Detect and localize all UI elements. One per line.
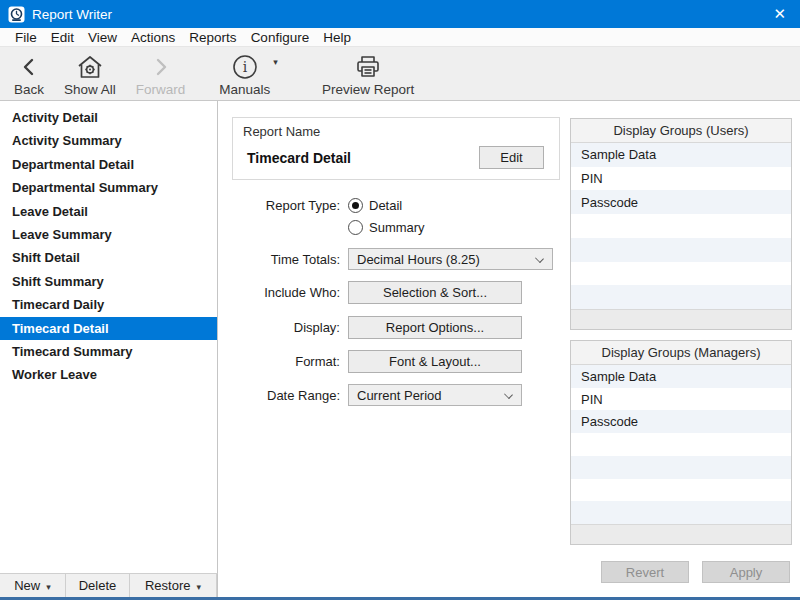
sidebar-item-departmental-summary[interactable]: Departmental Summary bbox=[0, 176, 217, 199]
close-icon[interactable]: ✕ bbox=[752, 5, 792, 23]
list-item[interactable]: PIN bbox=[571, 388, 791, 411]
display-groups-managers-title: Display Groups (Managers) bbox=[571, 341, 791, 365]
font-layout-button[interactable]: Font & Layout... bbox=[348, 350, 522, 373]
format-label: Format: bbox=[226, 354, 348, 369]
sidebar-item-activity-summary[interactable]: Activity Summary bbox=[0, 129, 217, 152]
sidebar-footer: New ▾ Delete Restore ▾ bbox=[0, 573, 218, 597]
list-footer bbox=[571, 309, 791, 329]
format-row: Format: Font & Layout... bbox=[226, 350, 522, 373]
selection-sort-button[interactable]: Selection & Sort... bbox=[348, 281, 522, 304]
list-item[interactable]: Sample Data bbox=[571, 365, 791, 388]
back-button[interactable]: Back bbox=[4, 47, 54, 100]
chevron-down-icon: ▾ bbox=[197, 582, 202, 592]
time-totals-label: Time Totals: bbox=[226, 252, 348, 267]
date-range-select[interactable]: Current Period bbox=[348, 384, 522, 406]
printer-icon bbox=[354, 53, 382, 81]
chevron-left-icon bbox=[21, 53, 37, 81]
display-groups-managers: Display Groups (Managers) Sample Data PI… bbox=[570, 340, 792, 545]
list-item-empty bbox=[571, 238, 791, 262]
svg-text:i: i bbox=[243, 59, 248, 75]
app-icon bbox=[8, 6, 25, 23]
list-item-empty bbox=[571, 501, 791, 524]
menu-edit[interactable]: Edit bbox=[44, 30, 81, 45]
revert-button[interactable]: Revert bbox=[601, 561, 689, 583]
list-item-empty bbox=[571, 262, 791, 286]
report-type-label: Report Type: bbox=[226, 198, 348, 213]
preview-report-button[interactable]: Preview Report bbox=[312, 47, 424, 100]
edit-button[interactable]: Edit bbox=[479, 146, 544, 169]
menu-reports[interactable]: Reports bbox=[182, 30, 243, 45]
menu-file[interactable]: File bbox=[8, 30, 44, 45]
sidebar-item-timecard-summary[interactable]: Timecard Summary bbox=[0, 340, 217, 363]
list-footer bbox=[571, 524, 791, 544]
show-all-button[interactable]: Show All bbox=[54, 47, 126, 100]
radio-detail-label: Detail bbox=[369, 198, 402, 213]
menu-view[interactable]: View bbox=[81, 30, 124, 45]
radio-detail[interactable] bbox=[348, 198, 363, 213]
chevron-down-icon: ▾ bbox=[273, 57, 278, 67]
list-item[interactable]: Passcode bbox=[571, 190, 791, 214]
manuals-button[interactable]: i Manuals ▾ bbox=[209, 47, 288, 100]
app-window: Report Writer ✕ File Edit View Actions R… bbox=[0, 0, 800, 600]
sidebar-item-shift-detail[interactable]: Shift Detail bbox=[0, 246, 217, 269]
apply-button[interactable]: Apply bbox=[702, 561, 790, 583]
report-type-row: Report Type: Detail bbox=[226, 198, 402, 213]
radio-summary[interactable] bbox=[348, 220, 363, 235]
list-item-empty bbox=[571, 285, 791, 309]
chevron-down-icon: ▾ bbox=[46, 582, 51, 592]
time-totals-select[interactable]: Decimal Hours (8.25) bbox=[348, 248, 553, 270]
restore-button[interactable]: Restore ▾ bbox=[130, 574, 217, 597]
chevron-right-icon bbox=[153, 53, 169, 81]
delete-button[interactable]: Delete bbox=[66, 574, 130, 597]
display-groups-users: Display Groups (Users) Sample Data PIN P… bbox=[570, 118, 792, 330]
include-who-row: Include Who: Selection & Sort... bbox=[226, 281, 522, 304]
list-item[interactable]: PIN bbox=[571, 167, 791, 191]
titlebar: Report Writer ✕ bbox=[0, 0, 800, 28]
sidebar-item-activity-detail[interactable]: Activity Detail bbox=[0, 106, 217, 129]
report-name-group: Report Name Timecard Detail Edit bbox=[232, 117, 560, 180]
display-groups-users-title: Display Groups (Users) bbox=[571, 119, 791, 143]
list-item[interactable]: Sample Data bbox=[571, 143, 791, 167]
menu-actions[interactable]: Actions bbox=[124, 30, 182, 45]
new-button[interactable]: New ▾ bbox=[0, 574, 66, 597]
sidebar-item-worker-leave[interactable]: Worker Leave bbox=[0, 363, 217, 386]
report-name-value: Timecard Detail bbox=[247, 150, 351, 166]
report-name-legend: Report Name bbox=[243, 124, 320, 139]
menu-configure[interactable]: Configure bbox=[244, 30, 317, 45]
list-item-empty bbox=[571, 479, 791, 502]
time-totals-row: Time Totals: Decimal Hours (8.25) bbox=[226, 248, 553, 270]
radio-summary-label: Summary bbox=[369, 220, 425, 235]
list-item[interactable]: Passcode bbox=[571, 410, 791, 433]
menubar: File Edit View Actions Reports Configure… bbox=[0, 28, 800, 47]
sidebar-item-leave-summary[interactable]: Leave Summary bbox=[0, 223, 217, 246]
list-item-empty bbox=[571, 433, 791, 456]
include-who-label: Include Who: bbox=[226, 285, 348, 300]
window-title: Report Writer bbox=[32, 7, 752, 22]
sidebar-item-timecard-detail[interactable]: Timecard Detail bbox=[0, 317, 217, 340]
list-item-empty bbox=[571, 214, 791, 238]
sidebar-item-timecard-daily[interactable]: Timecard Daily bbox=[0, 293, 217, 316]
date-range-row: Date Range: Current Period bbox=[226, 384, 522, 406]
display-label: Display: bbox=[226, 320, 348, 335]
report-options-button[interactable]: Report Options... bbox=[348, 316, 522, 339]
chevron-down-icon bbox=[535, 254, 544, 263]
info-icon: i bbox=[232, 53, 258, 81]
display-row: Display: Report Options... bbox=[226, 316, 522, 339]
forward-button[interactable]: Forward bbox=[126, 47, 196, 100]
sidebar-item-departmental-detail[interactable]: Departmental Detail bbox=[0, 153, 217, 176]
menu-help[interactable]: Help bbox=[316, 30, 358, 45]
chevron-down-icon bbox=[504, 390, 513, 399]
toolbar: Back Show All bbox=[0, 47, 800, 101]
home-gear-icon bbox=[75, 53, 105, 81]
sidebar-item-leave-detail[interactable]: Leave Detail bbox=[0, 200, 217, 223]
sidebar-item-shift-summary[interactable]: Shift Summary bbox=[0, 270, 217, 293]
date-range-label: Date Range: bbox=[226, 388, 348, 403]
list-item-empty bbox=[571, 456, 791, 479]
report-list: Activity Detail Activity Summary Departm… bbox=[0, 101, 218, 573]
report-type-row-2: Summary bbox=[226, 220, 425, 235]
